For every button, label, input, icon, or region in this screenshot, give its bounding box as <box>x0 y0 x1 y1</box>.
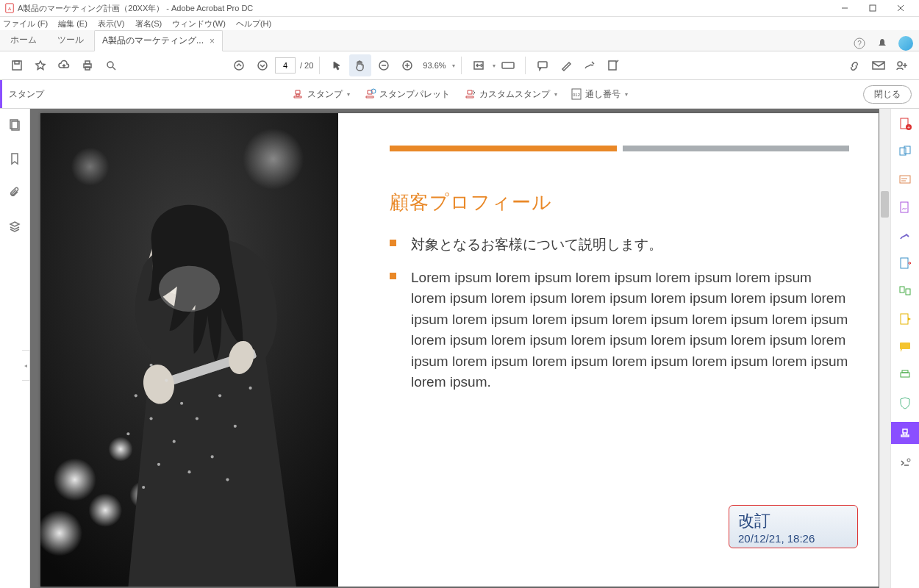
keyboard-icon[interactable] <box>497 54 519 76</box>
svg-rect-85 <box>901 373 909 377</box>
edit-pdf-icon[interactable] <box>896 171 914 188</box>
window-maximize-button[interactable] <box>859 0 887 16</box>
close-tab-icon[interactable]: × <box>210 36 215 46</box>
menu-sign[interactable]: 署名(S) <box>135 18 162 29</box>
window-titlebar: A A製品のマーケティング計画（20XX年） - Adobe Acrobat P… <box>0 0 919 17</box>
select-arrow-icon[interactable] <box>326 54 348 76</box>
attachment-icon[interactable] <box>6 184 24 201</box>
stamp-title: 改訂 <box>738 510 848 532</box>
cloud-upload-icon[interactable] <box>53 54 75 76</box>
fit-width-icon[interactable] <box>468 54 490 76</box>
create-pdf-icon[interactable]: + <box>896 115 914 132</box>
print-production-icon[interactable] <box>896 366 914 384</box>
svg-point-41 <box>88 493 122 527</box>
vertical-scrollbar[interactable] <box>879 109 890 588</box>
svg-point-40 <box>54 458 96 501</box>
custom-stamp-menu[interactable]: カスタムスタンプ▾ <box>463 87 557 101</box>
zoom-out-icon[interactable] <box>373 54 395 76</box>
stamp-palette-label: スタンプパレット <box>379 88 450 101</box>
bates-number-label: 通し番号 <box>585 88 621 101</box>
mail-icon[interactable] <box>868 54 890 76</box>
thumbnails-icon[interactable] <box>6 116 24 134</box>
more-tools-icon[interactable] <box>896 454 914 472</box>
bullet-icon <box>390 273 396 279</box>
print-icon[interactable] <box>76 54 99 76</box>
menu-view[interactable]: 表示(V) <box>98 18 125 29</box>
svg-rect-76 <box>900 176 910 183</box>
tabbar: ホーム ツール A製品のマーケティング... × ? <box>0 30 919 51</box>
collapse-left-rail-icon[interactable]: ◂ <box>22 350 30 381</box>
scrollbar-thumb[interactable] <box>881 191 889 218</box>
svg-point-69 <box>142 486 145 489</box>
window-close-button[interactable] <box>887 0 915 16</box>
page-number-input[interactable] <box>275 57 296 74</box>
sign-pen-icon[interactable] <box>579 54 601 76</box>
svg-point-46 <box>71 148 110 186</box>
svg-rect-84 <box>900 343 910 349</box>
page-down-icon[interactable] <box>251 54 273 76</box>
comment-tool-icon[interactable] <box>896 338 914 356</box>
request-sign-icon[interactable] <box>896 198 914 216</box>
protect-icon[interactable] <box>896 394 914 412</box>
main-area: ◂ <box>0 109 919 588</box>
zoom-level-label[interactable]: 93.6% <box>423 61 446 70</box>
highlight-icon[interactable] <box>555 54 577 76</box>
svg-text:012: 012 <box>573 93 581 97</box>
revision-stamp[interactable]: 改訂 20/12/21, 18:26 <box>729 505 858 548</box>
document-viewport[interactable]: 顧客プロフィール 対象となるお客様について説明します。 Lorem ipsum … <box>30 109 890 588</box>
fill-sign-icon[interactable] <box>896 226 914 244</box>
window-minimize-button[interactable] <box>831 0 859 16</box>
user-avatar[interactable] <box>898 36 913 51</box>
left-nav-rail: ◂ <box>0 109 30 588</box>
svg-point-63 <box>218 394 221 397</box>
combine-files-icon[interactable] <box>896 143 914 160</box>
save-icon[interactable] <box>6 54 28 76</box>
document-page: 顧客プロフィール 対象となるお客様について説明します。 Lorem ipsum … <box>40 113 879 587</box>
tab-document[interactable]: A製品のマーケティング... × <box>94 30 223 51</box>
fit-dropdown-icon[interactable]: ▾ <box>493 62 496 69</box>
tab-tools[interactable]: ツール <box>47 29 94 51</box>
comment-icon[interactable] <box>532 54 554 76</box>
stamp-toolbar-label: スタンプ <box>9 88 44 101</box>
zoom-dropdown-icon[interactable]: ▾ <box>452 62 455 69</box>
organize-pages-icon[interactable] <box>896 282 914 300</box>
redact-icon[interactable] <box>602 54 624 76</box>
svg-rect-11 <box>85 61 90 64</box>
svg-rect-23 <box>502 62 514 68</box>
svg-point-44 <box>108 437 132 461</box>
zoom-in-icon[interactable] <box>396 54 418 76</box>
hand-pan-icon[interactable] <box>349 54 371 76</box>
menu-window[interactable]: ウィンドウ(W) <box>172 18 226 29</box>
menu-edit[interactable]: 編集 (E) <box>58 18 87 29</box>
star-icon[interactable] <box>29 54 51 76</box>
stamp-datetime: 20/12/21, 18:26 <box>738 532 848 545</box>
svg-point-57 <box>135 394 137 397</box>
menu-file[interactable]: ファイル (F) <box>3 18 48 29</box>
main-toolbar: / 20 93.6%▾ ▾ <box>0 51 919 80</box>
bullet-list: 対象となるお客様について説明します。 Lorem ipsum lorem ips… <box>390 234 849 393</box>
stamp-palette-menu[interactable]: スタンプパレット <box>363 87 450 101</box>
svg-line-14 <box>112 67 115 70</box>
send-comments-icon[interactable] <box>896 310 914 328</box>
bates-number-menu[interactable]: 012 通し番号▾ <box>571 87 628 101</box>
stampbar-close-button[interactable]: 閉じる <box>863 85 912 104</box>
search-icon[interactable] <box>100 54 122 76</box>
stamp-menu[interactable]: スタンプ▾ <box>291 87 350 101</box>
menubar: ファイル (F) 編集 (E) 表示(V) 署名(S) ウィンドウ(W) ヘルプ… <box>0 17 919 30</box>
svg-rect-86 <box>902 370 908 373</box>
bookmark-icon[interactable] <box>6 150 24 168</box>
tab-home[interactable]: ホーム <box>0 29 47 51</box>
stamp-tool-icon[interactable] <box>891 422 919 444</box>
share-people-icon[interactable] <box>891 54 913 76</box>
layers-icon[interactable] <box>6 218 24 235</box>
help-icon[interactable]: ? <box>853 37 866 50</box>
share-link-icon[interactable] <box>844 54 866 76</box>
stamp-toolbar-accent <box>0 80 2 108</box>
notification-bell-icon[interactable] <box>876 37 888 49</box>
export-pdf-icon[interactable] <box>896 254 914 272</box>
svg-point-55 <box>149 364 152 367</box>
svg-point-68 <box>187 470 190 473</box>
svg-point-56 <box>165 379 168 381</box>
page-up-icon[interactable] <box>228 54 250 76</box>
menu-help[interactable]: ヘルプ(H) <box>236 18 271 29</box>
